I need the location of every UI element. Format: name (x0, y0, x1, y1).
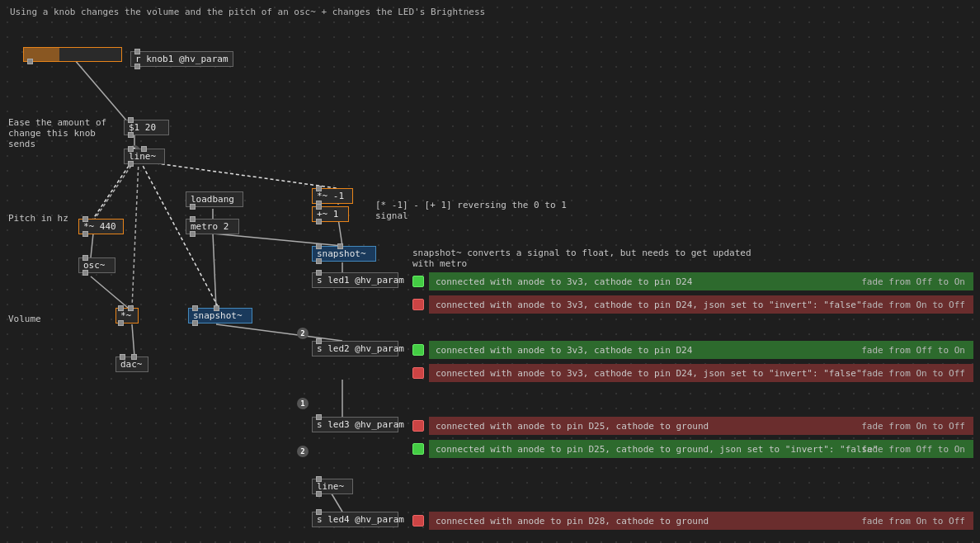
s-led3-box: s led3 @hv_param (312, 417, 398, 432)
line1-box: line~ (124, 149, 165, 164)
svg-line-12 (338, 219, 342, 246)
fade-label-3: fade from Off to On (861, 345, 965, 356)
svg-line-7 (93, 161, 132, 219)
knob-slider[interactable] (23, 47, 122, 62)
row-text-4: connected with anode to 3v3, cathode to … (436, 368, 862, 379)
info-row-7: connected with anode to pin D28, cathode… (412, 512, 973, 530)
svg-line-0 (74, 59, 128, 122)
snapshot-note: snapshot~ converts a signal to float, bu… (412, 248, 759, 269)
row-text-5: connected with anode to pin D25, cathode… (436, 421, 709, 432)
row-bg-6: connected with anode to pin D25, cathode… (429, 440, 973, 458)
svg-line-2 (95, 161, 134, 219)
ease-annotation: Ease the amount of change this knob send… (8, 117, 124, 149)
osc-box: osc~ (78, 257, 115, 273)
svg-line-16 (140, 161, 219, 308)
mul440-box: *~ 440 (78, 219, 124, 234)
row-bg-3: connected with anode to 3v3, cathode to … (429, 341, 973, 359)
row-text-2: connected with anode to 3v3, cathode to … (436, 300, 862, 310)
volume-annotation: Volume (8, 314, 41, 324)
info-row-6: connected with anode to pin D25, cathode… (412, 440, 973, 458)
snapshot1-box: snapshot~ (312, 246, 376, 262)
badge-2b: 2 (297, 328, 309, 339)
fade-label-4: fade from On to Off (861, 368, 965, 379)
info-row-5: connected with anode to pin D25, cathode… (412, 417, 973, 435)
info-row-3: connected with anode to 3v3, cathode to … (412, 341, 973, 359)
reversing-annotation: [* -1] - [+ 1] reversing the 0 to 1 sign… (375, 200, 582, 221)
wire-layer (0, 0, 980, 543)
mul-vol-box: *~ (115, 308, 139, 323)
loadbang-box: loadbang (186, 191, 243, 207)
line2-box: line~ (312, 479, 353, 494)
row-bg-4: connected with anode to 3v3, cathode to … (429, 364, 973, 382)
snapshot2-box: snapshot~ (188, 308, 252, 323)
row-text-6: connected with anode to pin D25, cathode… (436, 444, 878, 455)
svg-line-9 (213, 234, 342, 246)
fade-label-6: fade from Off to On (861, 444, 965, 455)
metro-box: metro 2 (186, 219, 239, 234)
svg-line-14 (139, 161, 337, 188)
row-text-7: connected with anode to pin D28, cathode… (436, 516, 709, 526)
led-green-6 (412, 443, 424, 455)
row-bg-1: connected with anode to 3v3, cathode to … (429, 272, 973, 290)
row-bg-5: connected with anode to pin D25, cathode… (429, 417, 973, 435)
fade-label-7: fade from On to Off (861, 516, 965, 526)
s-led1-box: s led1 @hv_param (312, 272, 398, 288)
pitch-annotation: Pitch in hz (8, 213, 68, 224)
led-pink-4 (412, 367, 424, 379)
led-pink-7 (412, 515, 424, 526)
badge-1c: 1 (297, 398, 309, 409)
add1-box: +~ 1 (312, 206, 349, 222)
led-pink-2 (412, 299, 424, 310)
dac-box: dac~ (115, 356, 148, 372)
info-row-2: connected with anode to 3v3, cathode to … (412, 295, 973, 314)
row-bg-2: connected with anode to 3v3, cathode to … (429, 295, 973, 314)
svg-line-10 (213, 234, 216, 308)
r-knob1-box: r knob1 @hv_param (130, 51, 233, 67)
fade-label-5: fade from On to Off (861, 421, 965, 432)
led-green-3 (412, 344, 424, 356)
row-bg-7: connected with anode to pin D28, cathode… (429, 512, 973, 530)
svg-line-5 (132, 324, 134, 356)
svg-line-4 (91, 276, 128, 308)
info-row-4: connected with anode to 3v3, cathode to … (412, 364, 973, 382)
s120-box: $1 20 (124, 120, 169, 135)
fade-label-1: fade from Off to On (861, 276, 965, 287)
svg-line-3 (132, 161, 139, 308)
row-text-3: connected with anode to 3v3, cathode to … (436, 345, 692, 356)
svg-line-15 (216, 324, 342, 341)
row-text-1: connected with anode to 3v3, cathode to … (436, 276, 692, 287)
s-led4-box: s led4 @hv_param (312, 512, 398, 527)
page-title: Using a knob changes the volume and the … (10, 7, 485, 17)
s-led2-box: s led2 @hv_param (312, 341, 398, 356)
svg-line-6 (91, 234, 93, 257)
led-pink-5 (412, 420, 424, 432)
fade-label-2: fade from On to Off (861, 300, 965, 310)
led-green-1 (412, 276, 424, 287)
mul-neg1-box: *~ -1 (312, 188, 353, 204)
badge-2c: 2 (297, 446, 309, 457)
info-row-1: connected with anode to 3v3, cathode to … (412, 272, 973, 290)
